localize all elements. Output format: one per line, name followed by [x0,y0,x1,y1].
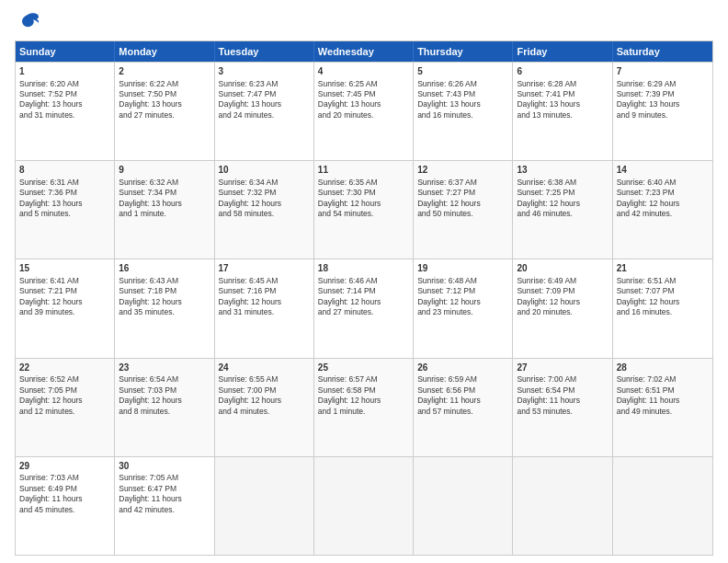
day-info-line: Sunset: 7:32 PM [219,188,310,198]
calendar-day-28: 28Sunrise: 7:02 AMSunset: 6:51 PMDayligh… [613,359,712,456]
day-info-line: Daylight: 12 hours [19,396,110,406]
day-info-line: and 49 minutes. [617,407,709,417]
day-info-line: Daylight: 12 hours [19,297,110,307]
day-info-line: Daylight: 13 hours [517,99,608,109]
calendar-header: SundayMondayTuesdayWednesdayThursdayFrid… [16,41,712,62]
header-day-sunday: Sunday [16,41,115,62]
calendar-day-19: 19Sunrise: 6:48 AMSunset: 7:12 PMDayligh… [414,259,513,357]
calendar-week-1: 1Sunrise: 6:20 AMSunset: 7:52 PMDaylight… [16,62,712,160]
calendar-week-3: 15Sunrise: 6:41 AMSunset: 7:21 PMDayligh… [16,259,712,357]
day-info-line: and 27 minutes. [318,307,409,317]
day-info-line: Sunrise: 6:28 AM [517,79,608,89]
calendar-day-20: 20Sunrise: 6:49 AMSunset: 7:09 PMDayligh… [513,259,612,357]
day-info-line: Sunrise: 6:25 AM [318,79,409,89]
calendar-day-26: 26Sunrise: 6:59 AMSunset: 6:56 PMDayligh… [414,359,513,456]
header-day-saturday: Saturday [613,41,712,62]
day-info-line: Daylight: 12 hours [517,199,608,209]
day-info-line: and 20 minutes. [517,307,608,317]
day-info-line: and 8 minutes. [119,407,210,417]
logo [15,11,44,33]
calendar-day-1: 1Sunrise: 6:20 AMSunset: 7:52 PMDaylight… [16,63,115,160]
day-info-line: Daylight: 12 hours [219,297,310,307]
day-info-line: Sunset: 7:30 PM [318,188,409,198]
day-info-line: Daylight: 13 hours [318,99,409,109]
calendar-day-25: 25Sunrise: 6:57 AMSunset: 6:58 PMDayligh… [314,359,414,456]
day-info-line: and 45 minutes. [19,505,110,515]
day-number: 20 [517,262,608,275]
calendar-day-6: 6Sunrise: 6:28 AMSunset: 7:41 PMDaylight… [513,63,612,160]
day-info-line: Daylight: 12 hours [417,297,508,307]
day-info-line: Sunrise: 6:41 AM [19,276,110,286]
day-number: 11 [318,164,409,177]
calendar-empty-cell [314,457,414,555]
day-info-line: Daylight: 12 hours [219,199,310,209]
day-info-line: Daylight: 13 hours [119,199,210,209]
calendar-day-13: 13Sunrise: 6:38 AMSunset: 7:25 PMDayligh… [513,161,612,259]
day-info-line: and 53 minutes. [517,407,608,417]
day-info-line: and 1 minute. [119,209,210,219]
calendar-day-2: 2Sunrise: 6:22 AMSunset: 7:50 PMDaylight… [115,63,214,160]
day-info-line: Sunset: 7:05 PM [19,385,110,396]
day-number: 6 [517,65,608,78]
day-info-line: Sunrise: 6:35 AM [318,178,409,188]
day-number: 24 [219,362,310,374]
day-info-line: and 42 minutes. [119,505,210,515]
day-info-line: Sunrise: 6:20 AM [19,79,110,89]
day-info-line: Daylight: 11 hours [19,494,110,504]
day-number: 2 [119,65,210,78]
calendar-empty-cell [215,457,314,555]
day-number: 25 [318,362,409,374]
day-info-line: Daylight: 12 hours [417,199,508,209]
calendar-day-5: 5Sunrise: 6:26 AMSunset: 7:43 PMDaylight… [414,63,513,160]
day-info-line: Daylight: 12 hours [219,396,310,406]
day-info-line: Daylight: 11 hours [119,494,210,504]
day-number: 1 [19,65,110,78]
calendar-day-7: 7Sunrise: 6:29 AMSunset: 7:39 PMDaylight… [613,63,712,160]
day-info-line: Sunset: 7:25 PM [517,188,608,198]
day-info-line: Sunset: 6:54 PM [517,385,608,396]
day-info-line: and 58 minutes. [219,209,310,219]
day-number: 12 [417,164,508,177]
day-info-line: Sunset: 7:21 PM [19,286,110,296]
day-info-line: Sunrise: 6:52 AM [19,374,110,385]
day-info-line: and 13 minutes. [517,110,608,121]
day-info-line: Sunset: 7:47 PM [219,89,310,99]
day-info-line: Sunrise: 6:57 AM [318,374,409,385]
day-number: 5 [417,65,508,78]
day-info-line: Sunrise: 6:40 AM [617,178,709,188]
day-info-line: Sunrise: 6:59 AM [417,374,508,385]
day-number: 9 [119,164,210,177]
day-info-line: Daylight: 12 hours [318,297,409,307]
day-info-line: Sunrise: 6:32 AM [119,178,210,188]
day-info-line: Sunrise: 6:22 AM [119,79,210,89]
day-info-line: Daylight: 11 hours [617,396,709,406]
day-info-line: Daylight: 11 hours [517,396,608,406]
day-info-line: and 57 minutes. [417,407,508,417]
calendar-day-29: 29Sunrise: 7:03 AMSunset: 6:49 PMDayligh… [16,457,115,555]
day-number: 21 [617,262,709,275]
day-number: 29 [19,460,110,473]
day-info-line: Sunset: 7:07 PM [617,286,709,296]
day-info-line: Sunset: 7:18 PM [119,286,210,296]
day-info-line: Sunset: 7:45 PM [318,89,409,99]
day-info-line: Sunset: 6:49 PM [19,484,110,494]
day-info-line: Sunrise: 6:37 AM [417,178,508,188]
day-info-line: Daylight: 13 hours [19,99,110,109]
day-info-line: Sunset: 7:00 PM [219,385,310,396]
day-number: 17 [219,262,310,275]
day-info-line: Sunrise: 6:38 AM [517,178,608,188]
calendar-day-11: 11Sunrise: 6:35 AMSunset: 7:30 PMDayligh… [314,161,414,259]
header-day-thursday: Thursday [414,41,513,62]
calendar-week-4: 22Sunrise: 6:52 AMSunset: 7:05 PMDayligh… [16,358,712,456]
calendar-empty-cell [613,457,712,555]
day-info-line: Daylight: 12 hours [119,297,210,307]
day-info-line: Sunset: 7:41 PM [517,89,608,99]
day-number: 4 [318,65,409,78]
calendar-empty-cell [513,457,612,555]
day-info-line: Daylight: 12 hours [617,199,709,209]
day-number: 10 [219,164,310,177]
day-number: 16 [119,262,210,275]
day-info-line: and 1 minute. [318,407,409,417]
logo-bird-icon [15,11,40,33]
day-number: 23 [119,362,210,374]
